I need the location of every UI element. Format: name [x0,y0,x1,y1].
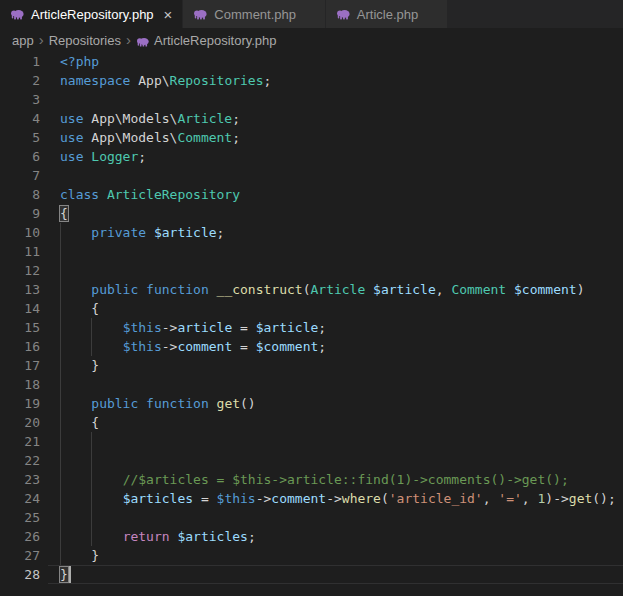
code-text: } [60,565,68,584]
code-line-7[interactable]: 7 [0,166,623,185]
line-number: 23 [0,470,40,489]
line-number: 3 [0,90,40,109]
line-number: 27 [0,546,40,565]
code-text: } [60,546,99,565]
line-number: 13 [0,280,40,299]
breadcrumb-item-repositories[interactable]: Repositories [49,33,121,48]
line-number: 4 [0,109,40,128]
line-number: 15 [0,318,40,337]
code-line-14[interactable]: 14 { [0,299,623,318]
line-number: 22 [0,451,40,470]
code-text: { [60,204,68,223]
line-number: 17 [0,356,40,375]
code-text: public function get() [60,394,256,413]
line-number: 14 [0,299,40,318]
code-text: use App\Models\Comment; [60,128,240,147]
code-line-1[interactable]: 1<?php [0,52,623,71]
code-line-16[interactable]: 16 $this->comment = $comment; [0,337,623,356]
code-text: namespace App\Repositories; [60,71,271,90]
code-text: public function __construct(Article $art… [60,280,584,299]
php-elephant-icon [10,7,25,22]
php-elephant-icon [136,35,150,49]
text-cursor [69,566,71,583]
code-line-4[interactable]: 4use App\Models\Article; [0,109,623,128]
code-text: //$articles = $this->article::find(1)->c… [60,470,569,489]
code-line-12[interactable]: 12 [0,261,623,280]
breadcrumb: app›Repositories›ArticleRepository.php [0,28,623,52]
code-line-21[interactable]: 21 [0,432,623,451]
line-number: 18 [0,375,40,394]
code-line-20[interactable]: 20 { [0,413,623,432]
code-line-13[interactable]: 13 public function __construct(Article $… [0,280,623,299]
line-number: 10 [0,223,40,242]
code-text: class ArticleRepository [60,185,240,204]
tab-articlerepository-php[interactable]: ArticleRepository.php× [0,0,182,28]
code-text: } [60,356,99,375]
line-number: 9 [0,204,40,223]
code-line-5[interactable]: 5use App\Models\Comment; [0,128,623,147]
code-line-3[interactable]: 3 [0,90,623,109]
php-elephant-icon [193,7,208,22]
line-number: 5 [0,128,40,147]
code-line-27[interactable]: 27 } [0,546,623,565]
code-line-10[interactable]: 10 private $article; [0,223,623,242]
code-editor[interactable]: 1<?php2namespace App\Repositories;34use … [0,52,623,596]
line-number: 25 [0,508,40,527]
code-line-11[interactable]: 11 [0,242,623,261]
line-number: 7 [0,166,40,185]
line-number: 20 [0,413,40,432]
line-number: 21 [0,432,40,451]
code-line-17[interactable]: 17 } [0,356,623,375]
code-line-23[interactable]: 23 //$articles = $this->article::find(1)… [0,470,623,489]
line-number: 11 [0,242,40,261]
breadcrumb-item-articlerepository-php[interactable]: ArticleRepository.php [154,33,277,48]
tab-label: Comment.php [214,7,296,22]
tab-bar: ArticleRepository.php×Comment.php×Articl… [0,0,623,28]
code-text: use App\Models\Article; [60,109,240,128]
code-line-2[interactable]: 2namespace App\Repositories; [0,71,623,90]
tab-comment-php[interactable]: Comment.php× [183,0,324,28]
code-line-8[interactable]: 8class ArticleRepository [0,185,623,204]
line-number: 2 [0,71,40,90]
line-number: 16 [0,337,40,356]
close-icon[interactable]: × [164,7,173,22]
code-text: { [60,299,99,318]
code-line-22[interactable]: 22 [0,451,623,470]
chevron-right-icon: › [39,31,44,48]
line-number: 6 [0,147,40,166]
line-number: 28 [0,565,40,584]
line-number: 24 [0,489,40,508]
code-text: $this->article = $article; [60,318,326,337]
tab-label: Article.php [357,7,418,22]
php-elephant-icon [336,7,351,22]
line-number: 19 [0,394,40,413]
code-line-15[interactable]: 15 $this->article = $article; [0,318,623,337]
code-line-9[interactable]: 9{ [0,204,623,223]
tab-article-php[interactable]: Article.php× [326,0,447,28]
tab-label: ArticleRepository.php [31,7,154,22]
code-line-6[interactable]: 6use Logger; [0,147,623,166]
code-line-18[interactable]: 18 [0,375,623,394]
line-number: 1 [0,52,40,71]
code-text: use Logger; [60,147,146,166]
breadcrumb-item-app[interactable]: app [12,33,34,48]
line-number: 8 [0,185,40,204]
code-text: $articles = $this->comment->where('artic… [60,489,616,508]
code-line-26[interactable]: 26 return $articles; [0,527,623,546]
line-number: 12 [0,261,40,280]
code-text: return $articles; [60,527,256,546]
code-line-25[interactable]: 25 [0,508,623,527]
code-text: private $article; [60,223,224,242]
code-line-24[interactable]: 24 $articles = $this->comment->where('ar… [0,489,623,508]
code-line-28[interactable]: 28} [0,565,623,584]
code-text: <?php [60,52,99,71]
code-line-19[interactable]: 19 public function get() [0,394,623,413]
code-text: { [60,413,99,432]
line-number: 26 [0,527,40,546]
chevron-right-icon: › [126,31,131,48]
code-text: $this->comment = $comment; [60,337,326,356]
